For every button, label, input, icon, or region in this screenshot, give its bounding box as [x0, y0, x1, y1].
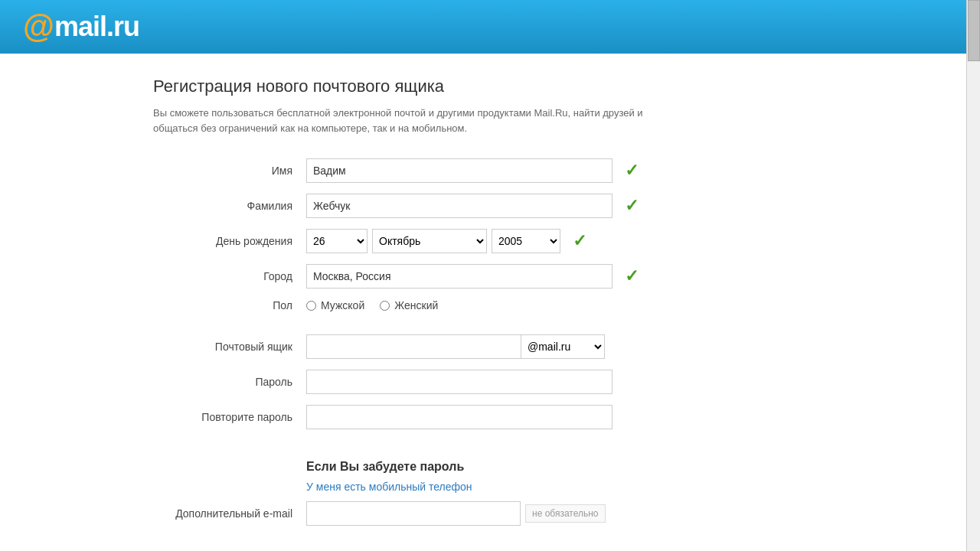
last-name-input[interactable]	[306, 194, 612, 218]
first-name-input[interactable]	[306, 158, 612, 183]
additional-email-container: не обязательно	[306, 501, 606, 526]
password-recovery-section: Если Вы забудете пароль У меня есть моби…	[153, 460, 934, 494]
birthday-year-select[interactable]: 2005	[492, 229, 560, 253]
mailbox-label: Почтовый ящик	[153, 341, 306, 353]
gender-female-radio[interactable]	[380, 301, 390, 311]
email-container: @mail.ru @bk.ru @list.ru @inbox.ru	[306, 334, 605, 359]
last-name-row: Фамилия ✓	[153, 194, 934, 218]
city-row: Город ✓	[153, 264, 934, 289]
gender-female-option[interactable]: Женский	[380, 299, 438, 311]
first-name-control: ✓	[306, 158, 934, 183]
password-input[interactable]	[306, 370, 612, 394]
gender-row: Пол Мужской Женский	[153, 299, 934, 311]
password-label: Пароль	[153, 376, 306, 388]
birthday-month-select[interactable]: Октябрь	[372, 229, 487, 253]
spacer-2	[153, 440, 934, 452]
additional-email-input[interactable]	[306, 501, 521, 526]
password-row: Пароль	[153, 370, 934, 394]
first-name-row: Имя ✓	[153, 158, 934, 183]
gender-male-radio[interactable]	[306, 301, 316, 311]
password-repeat-label: Повторите пароль	[153, 411, 306, 423]
city-input[interactable]	[306, 264, 612, 289]
logo-text: mail.ru	[54, 11, 139, 43]
additional-email-control: не обязательно	[306, 501, 934, 526]
city-control: ✓	[306, 264, 934, 289]
password-repeat-input[interactable]	[306, 405, 612, 429]
gender-label: Пол	[153, 299, 306, 311]
mobile-phone-link[interactable]: У меня есть мобильный телефон	[306, 481, 472, 493]
header: @ mail.ru	[0, 0, 980, 54]
password-recovery-title: Если Вы забудете пароль	[306, 460, 934, 474]
password-control	[306, 370, 934, 394]
birthday-label: День рождения	[153, 235, 306, 247]
spacer-1	[153, 322, 934, 334]
gender-options: Мужской Женский	[306, 299, 438, 311]
logo: @ mail.ru	[23, 11, 139, 43]
last-name-checkmark: ✓	[625, 196, 639, 216]
last-name-label: Фамилия	[153, 200, 306, 212]
additional-email-label: Дополнительный e-mail	[153, 507, 306, 520]
city-checkmark: ✓	[625, 266, 639, 286]
birthday-row: День рождения 26 Октябрь 2005 ✓	[153, 229, 934, 253]
main-content: Регистрация нового почтового ящика Вы см…	[0, 54, 980, 551]
logo-at-symbol: @	[23, 11, 54, 43]
gender-control: Мужской Женский	[306, 299, 934, 311]
birthday-day-select[interactable]: 26	[306, 229, 368, 253]
optional-label: не обязательно	[525, 504, 606, 523]
password-repeat-control	[306, 405, 934, 429]
additional-email-row: Дополнительный e-mail не обязательно	[153, 501, 934, 526]
birthday-selects: 26 Октябрь 2005	[306, 229, 560, 253]
page-subtitle: Вы сможете пользоваться бесплатной элект…	[153, 106, 674, 135]
first-name-label: Имя	[153, 165, 306, 177]
gender-male-option[interactable]: Мужской	[306, 299, 364, 311]
gender-male-label: Мужской	[321, 299, 364, 311]
city-label: Город	[153, 270, 306, 282]
first-name-checkmark: ✓	[625, 161, 639, 181]
birthday-control: 26 Октябрь 2005 ✓	[306, 229, 934, 253]
gender-female-label: Женский	[394, 299, 438, 311]
domain-select[interactable]: @mail.ru @bk.ru @list.ru @inbox.ru	[521, 334, 605, 359]
scrollbar[interactable]	[966, 0, 980, 551]
mailbox-control: @mail.ru @bk.ru @list.ru @inbox.ru	[306, 334, 934, 359]
page-title: Регистрация нового почтового ящика	[153, 77, 934, 96]
last-name-control: ✓	[306, 194, 934, 218]
birthday-checkmark: ✓	[573, 231, 586, 251]
mailbox-input[interactable]	[306, 334, 521, 359]
scrollbar-thumb[interactable]	[968, 0, 980, 61]
mailbox-row: Почтовый ящик @mail.ru @bk.ru @list.ru @…	[153, 334, 934, 359]
password-repeat-row: Повторите пароль	[153, 405, 934, 429]
